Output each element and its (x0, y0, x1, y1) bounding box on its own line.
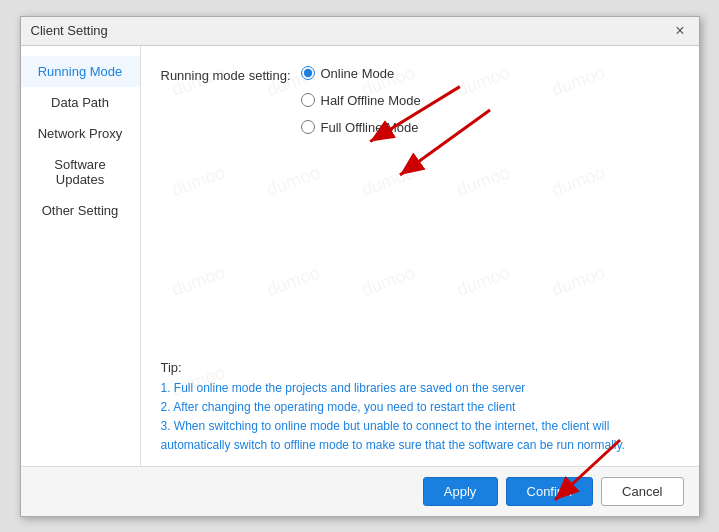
tip-title: Tip: (161, 360, 679, 375)
radio-online-mode[interactable]: Online Mode (301, 66, 421, 81)
radio-full-offline-input[interactable] (301, 120, 315, 134)
radio-online-input[interactable] (301, 66, 315, 80)
dialog-title: Client Setting (31, 23, 108, 38)
tip-item-3: 3. When switching to online mode but una… (161, 417, 679, 455)
radio-half-offline-label: Half Offline Mode (321, 93, 421, 108)
cancel-button[interactable]: Cancel (601, 477, 683, 506)
tip-item-1: 1. Full online mode the projects and lib… (161, 379, 679, 398)
radio-half-offline-mode[interactable]: Half Offline Mode (301, 93, 421, 108)
tip-section: Tip: 1. Full online mode the projects an… (161, 360, 679, 456)
apply-button[interactable]: Apply (423, 477, 498, 506)
sidebar-item-software-updates[interactable]: Software Updates (21, 149, 140, 195)
radio-full-offline-label: Full Offline Mode (321, 120, 419, 135)
sidebar-item-network-proxy[interactable]: Network Proxy (21, 118, 140, 149)
dialog-footer: Apply Confirm Cancel (21, 466, 699, 516)
close-button[interactable]: × (671, 23, 688, 39)
setting-label: Running mode setting: (161, 66, 301, 83)
sidebar: Running Mode Data Path Network Proxy Sof… (21, 46, 141, 466)
radio-half-offline-input[interactable] (301, 93, 315, 107)
running-mode-setting-row: Running mode setting: Online Mode Half O… (161, 66, 679, 135)
radio-group: Online Mode Half Offline Mode Full Offli… (301, 66, 421, 135)
tip-item-2: 2. After changing the operating mode, yo… (161, 398, 679, 417)
sidebar-item-other-setting[interactable]: Other Setting (21, 195, 140, 226)
sidebar-item-running-mode[interactable]: Running Mode (21, 56, 140, 87)
confirm-button[interactable]: Confirm (506, 477, 594, 506)
main-content: dumoodumoodumoodumoo dumoodumoodumoodumo… (141, 46, 699, 466)
sidebar-item-data-path[interactable]: Data Path (21, 87, 140, 118)
radio-online-label: Online Mode (321, 66, 395, 81)
radio-full-offline-mode[interactable]: Full Offline Mode (301, 120, 421, 135)
client-setting-dialog: Client Setting × Running Mode Data Path … (20, 16, 700, 517)
title-bar: Client Setting × (21, 17, 699, 46)
dialog-body: Running Mode Data Path Network Proxy Sof… (21, 46, 699, 466)
